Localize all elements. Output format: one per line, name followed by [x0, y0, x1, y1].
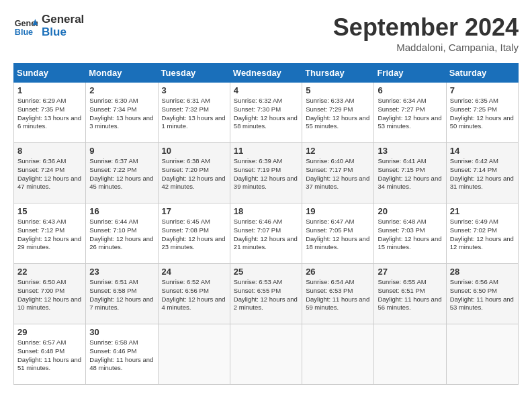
calendar-day-cell [230, 324, 302, 385]
day-number: 21 [450, 206, 515, 216]
calendar-header-row: SundayMondayTuesdayWednesdayThursdayFrid… [14, 64, 519, 83]
day-info: Sunrise: 6:29 AMSunset: 7:35 PMDaylight:… [17, 97, 82, 131]
day-number: 16 [89, 206, 154, 216]
calendar-day-cell: 17 Sunrise: 6:45 AMSunset: 7:08 PMDaylig… [158, 203, 230, 264]
day-info: Sunrise: 6:38 AMSunset: 7:20 PMDaylight:… [162, 157, 226, 191]
logo-icon: General Blue [13, 14, 38, 38]
calendar-day-cell: 3 Sunrise: 6:31 AMSunset: 7:32 PMDayligh… [158, 83, 230, 143]
day-number: 19 [306, 206, 370, 216]
day-number: 1 [17, 85, 82, 95]
weekday-header-friday: Friday [374, 64, 446, 83]
day-info: Sunrise: 6:30 AMSunset: 7:34 PMDaylight:… [89, 97, 154, 131]
calendar-day-cell: 14 Sunrise: 6:42 AMSunset: 7:14 PMDaylig… [446, 143, 518, 203]
calendar-day-cell: 1 Sunrise: 6:29 AMSunset: 7:35 PMDayligh… [14, 83, 86, 143]
calendar-day-cell: 10 Sunrise: 6:38 AMSunset: 7:20 PMDaylig… [158, 143, 230, 203]
calendar-day-cell: 7 Sunrise: 6:35 AMSunset: 7:25 PMDayligh… [446, 83, 518, 143]
day-info: Sunrise: 6:39 AMSunset: 7:19 PMDaylight:… [234, 157, 298, 191]
calendar-day-cell: 11 Sunrise: 6:39 AMSunset: 7:19 PMDaylig… [230, 143, 302, 203]
day-info: Sunrise: 6:54 AMSunset: 6:53 PMDaylight:… [306, 278, 370, 312]
logo: General Blue General Blue [13, 13, 84, 38]
calendar-day-cell: 21 Sunrise: 6:49 AMSunset: 7:02 PMDaylig… [446, 203, 518, 264]
calendar-day-cell: 8 Sunrise: 6:36 AMSunset: 7:24 PMDayligh… [14, 143, 86, 203]
calendar-day-cell: 28 Sunrise: 6:56 AMSunset: 6:50 PMDaylig… [446, 264, 518, 324]
day-number: 13 [378, 146, 442, 156]
day-number: 7 [450, 85, 515, 95]
calendar-day-cell: 5 Sunrise: 6:33 AMSunset: 7:29 PMDayligh… [302, 83, 374, 143]
day-info: Sunrise: 6:37 AMSunset: 7:22 PMDaylight:… [89, 157, 154, 191]
day-number: 26 [306, 267, 370, 277]
calendar-day-cell: 15 Sunrise: 6:43 AMSunset: 7:12 PMDaylig… [14, 203, 86, 264]
calendar-day-cell: 26 Sunrise: 6:54 AMSunset: 6:53 PMDaylig… [302, 264, 374, 324]
day-info: Sunrise: 6:52 AMSunset: 6:56 PMDaylight:… [162, 278, 226, 312]
calendar-day-cell [446, 324, 518, 385]
logo-text-general: General [42, 13, 84, 26]
day-info: Sunrise: 6:49 AMSunset: 7:02 PMDaylight:… [450, 218, 515, 252]
day-number: 27 [378, 267, 442, 277]
calendar-day-cell: 24 Sunrise: 6:52 AMSunset: 6:56 PMDaylig… [158, 264, 230, 324]
logo-text-blue: Blue [42, 26, 84, 39]
day-number: 22 [17, 267, 82, 277]
calendar-day-cell: 2 Sunrise: 6:30 AMSunset: 7:34 PMDayligh… [86, 83, 158, 143]
calendar-day-cell [302, 324, 374, 385]
calendar-week-row: 29 Sunrise: 6:57 AMSunset: 6:48 PMDaylig… [14, 324, 519, 385]
page-header: General Blue General Blue September 2024… [13, 13, 519, 53]
day-info: Sunrise: 6:31 AMSunset: 7:32 PMDaylight:… [162, 97, 226, 131]
calendar-week-row: 1 Sunrise: 6:29 AMSunset: 7:35 PMDayligh… [14, 83, 519, 143]
day-info: Sunrise: 6:53 AMSunset: 6:55 PMDaylight:… [234, 278, 298, 312]
calendar-day-cell: 20 Sunrise: 6:48 AMSunset: 7:03 PMDaylig… [374, 203, 446, 264]
day-info: Sunrise: 6:45 AMSunset: 7:08 PMDaylight:… [162, 218, 226, 252]
calendar-day-cell: 23 Sunrise: 6:51 AMSunset: 6:58 PMDaylig… [86, 264, 158, 324]
calendar-day-cell: 29 Sunrise: 6:57 AMSunset: 6:48 PMDaylig… [14, 324, 86, 385]
calendar-day-cell: 13 Sunrise: 6:41 AMSunset: 7:15 PMDaylig… [374, 143, 446, 203]
weekday-header-thursday: Thursday [302, 64, 374, 83]
calendar-day-cell: 4 Sunrise: 6:32 AMSunset: 7:30 PMDayligh… [230, 83, 302, 143]
calendar-week-row: 22 Sunrise: 6:50 AMSunset: 7:00 PMDaylig… [14, 264, 519, 324]
weekday-header-saturday: Saturday [446, 64, 518, 83]
day-number: 30 [89, 327, 154, 337]
day-number: 10 [162, 146, 226, 156]
day-number: 23 [89, 267, 154, 277]
location: Maddaloni, Campania, Italy [333, 42, 519, 53]
day-number: 8 [17, 146, 82, 156]
svg-text:Blue: Blue [15, 27, 33, 36]
calendar-day-cell: 19 Sunrise: 6:47 AMSunset: 7:05 PMDaylig… [302, 203, 374, 264]
day-number: 4 [234, 85, 298, 95]
weekday-header-tuesday: Tuesday [158, 64, 230, 83]
weekday-header-monday: Monday [86, 64, 158, 83]
calendar-day-cell: 22 Sunrise: 6:50 AMSunset: 7:00 PMDaylig… [14, 264, 86, 324]
title-block: September 2024 Maddaloni, Campania, Ital… [333, 13, 519, 53]
day-info: Sunrise: 6:34 AMSunset: 7:27 PMDaylight:… [378, 97, 442, 131]
day-number: 15 [17, 206, 82, 216]
day-number: 9 [89, 146, 154, 156]
day-info: Sunrise: 6:48 AMSunset: 7:03 PMDaylight:… [378, 218, 442, 252]
day-info: Sunrise: 6:43 AMSunset: 7:12 PMDaylight:… [17, 218, 82, 252]
month-title: September 2024 [333, 13, 519, 42]
calendar-week-row: 8 Sunrise: 6:36 AMSunset: 7:24 PMDayligh… [14, 143, 519, 203]
calendar-table: SundayMondayTuesdayWednesdayThursdayFrid… [13, 63, 519, 385]
calendar-day-cell: 25 Sunrise: 6:53 AMSunset: 6:55 PMDaylig… [230, 264, 302, 324]
day-info: Sunrise: 6:56 AMSunset: 6:50 PMDaylight:… [450, 278, 515, 312]
calendar-day-cell: 18 Sunrise: 6:46 AMSunset: 7:07 PMDaylig… [230, 203, 302, 264]
day-info: Sunrise: 6:41 AMSunset: 7:15 PMDaylight:… [378, 157, 442, 191]
day-info: Sunrise: 6:57 AMSunset: 6:48 PMDaylight:… [17, 338, 82, 373]
day-number: 18 [234, 206, 298, 216]
day-number: 2 [89, 85, 154, 95]
day-number: 17 [162, 206, 226, 216]
day-info: Sunrise: 6:50 AMSunset: 7:00 PMDaylight:… [17, 278, 82, 312]
day-info: Sunrise: 6:55 AMSunset: 6:51 PMDaylight:… [378, 278, 442, 312]
calendar-day-cell: 6 Sunrise: 6:34 AMSunset: 7:27 PMDayligh… [374, 83, 446, 143]
day-info: Sunrise: 6:36 AMSunset: 7:24 PMDaylight:… [17, 157, 82, 191]
day-number: 29 [17, 327, 82, 337]
day-number: 20 [378, 206, 442, 216]
day-info: Sunrise: 6:58 AMSunset: 6:46 PMDaylight:… [89, 338, 154, 373]
calendar-day-cell: 30 Sunrise: 6:58 AMSunset: 6:46 PMDaylig… [86, 324, 158, 385]
day-info: Sunrise: 6:35 AMSunset: 7:25 PMDaylight:… [450, 97, 515, 131]
weekday-header-wednesday: Wednesday [230, 64, 302, 83]
calendar-day-cell: 27 Sunrise: 6:55 AMSunset: 6:51 PMDaylig… [374, 264, 446, 324]
day-number: 6 [378, 85, 442, 95]
day-number: 12 [306, 146, 370, 156]
weekday-header-sunday: Sunday [14, 64, 86, 83]
calendar-week-row: 15 Sunrise: 6:43 AMSunset: 7:12 PMDaylig… [14, 203, 519, 264]
day-info: Sunrise: 6:40 AMSunset: 7:17 PMDaylight:… [306, 157, 370, 191]
day-info: Sunrise: 6:47 AMSunset: 7:05 PMDaylight:… [306, 218, 370, 252]
